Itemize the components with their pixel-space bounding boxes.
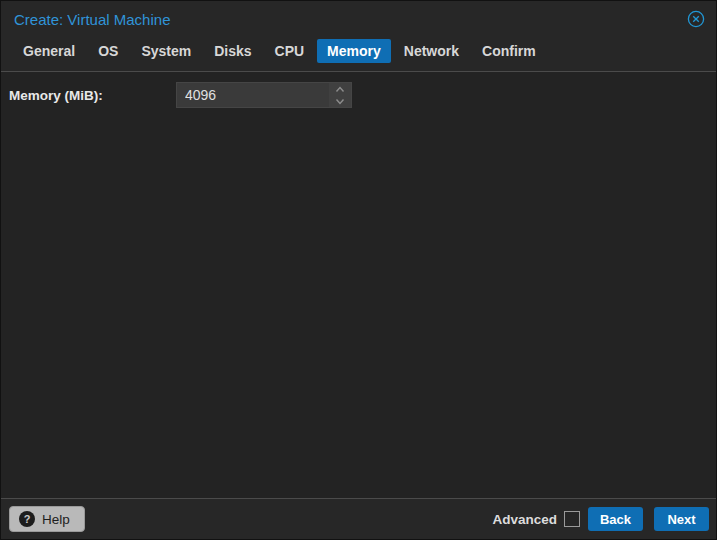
dialog-title: Create: Virtual Machine [14,11,686,28]
memory-numberfield [176,82,352,108]
tab-disks[interactable]: Disks [204,39,261,63]
spinner-down-button[interactable] [329,95,351,107]
back-button[interactable]: Back [588,507,643,531]
memory-form-row: Memory (MiB): [9,82,708,108]
memory-tab-panel: Memory (MiB): [1,71,716,499]
dialog-titlebar: Create: Virtual Machine [1,1,716,37]
dialog-footer: ? Help Advanced Back Next [1,499,716,539]
create-vm-dialog: Create: Virtual Machine General OS Syste… [0,0,717,540]
spinner-up-button[interactable] [329,83,351,95]
tab-network[interactable]: Network [394,39,469,63]
help-button[interactable]: ? Help [9,506,85,532]
footer-actions: Advanced Back Next [492,507,709,531]
tab-network-label: Network [404,43,459,59]
question-mark-icon: ? [19,511,35,527]
tab-cpu-label: CPU [275,43,305,59]
tab-confirm[interactable]: Confirm [472,39,546,63]
tab-memory[interactable]: Memory [317,39,391,63]
chevron-down-icon [335,98,345,105]
close-icon[interactable] [686,9,706,29]
tab-general-label: General [23,43,75,59]
help-button-label: Help [42,512,70,527]
tab-confirm-label: Confirm [482,43,536,59]
advanced-checkbox-label: Advanced [492,512,557,527]
advanced-checkbox[interactable] [564,511,580,527]
tab-system-label: System [141,43,191,59]
tab-disks-label: Disks [214,43,251,59]
tab-system[interactable]: System [131,39,201,63]
tab-general[interactable]: General [13,39,85,63]
tab-cpu[interactable]: CPU [265,39,315,63]
next-button[interactable]: Next [654,507,709,531]
memory-spinner [329,83,351,107]
memory-field-label: Memory (MiB): [9,88,176,103]
tab-memory-label: Memory [327,43,381,59]
tab-os-label: OS [98,43,118,59]
memory-input[interactable] [177,83,351,107]
wizard-tabbar: General OS System Disks CPU Memory Netwo… [1,37,716,71]
chevron-up-icon [335,86,345,93]
tab-os[interactable]: OS [88,39,128,63]
